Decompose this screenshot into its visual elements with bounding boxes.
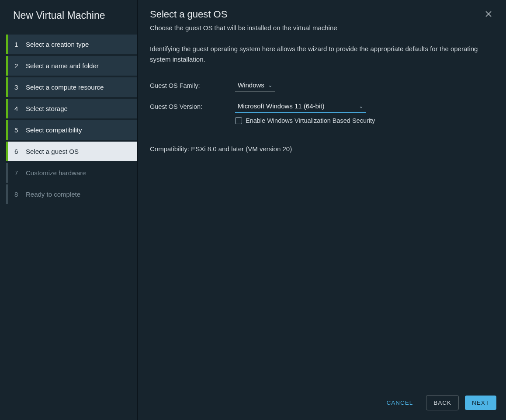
wizard-step-2[interactable]: 2Select a name and folder xyxy=(6,56,137,76)
page-subtitle: Choose the guest OS that will be install… xyxy=(138,21,506,31)
step-label: Select a guest OS xyxy=(26,148,79,155)
guest-os-form: Guest OS Family: Windows ⌄ Guest OS Vers… xyxy=(138,65,506,124)
step-label: Select storage xyxy=(26,105,68,112)
chevron-down-icon: ⌄ xyxy=(268,82,273,88)
wizard-footer: CANCEL BACK NEXT xyxy=(138,387,506,420)
step-number: 3 xyxy=(14,83,26,91)
chevron-down-icon: ⌄ xyxy=(359,103,364,109)
wizard-step-3[interactable]: 3Select a compute resource xyxy=(6,77,137,97)
step-number: 4 xyxy=(14,105,26,112)
vbs-checkbox[interactable] xyxy=(235,117,242,124)
step-label: Ready to complete xyxy=(26,191,80,198)
step-label: Customize hardware xyxy=(26,169,86,177)
next-button[interactable]: NEXT xyxy=(465,396,496,410)
os-version-label: Guest OS Version: xyxy=(150,103,235,110)
step-number: 5 xyxy=(14,126,26,134)
wizard-step-1[interactable]: 1Select a creation type xyxy=(6,35,137,54)
step-number: 1 xyxy=(14,41,26,48)
cancel-button[interactable]: CANCEL xyxy=(379,396,420,410)
step-label: Select a compute resource xyxy=(26,83,104,91)
compatibility-text: Compatibility: ESXi 8.0 and later (VM ve… xyxy=(138,124,506,153)
step-number: 8 xyxy=(14,191,26,198)
step-label: Select compatibility xyxy=(26,126,82,134)
step-label: Select a name and folder xyxy=(26,62,99,69)
wizard-step-5[interactable]: 5Select compatibility xyxy=(6,120,137,140)
back-button[interactable]: BACK xyxy=(426,395,459,410)
wizard-step-7: 7Customize hardware xyxy=(6,163,137,183)
os-version-select[interactable]: Microsoft Windows 11 (64-bit) ⌄ xyxy=(235,101,366,113)
wizard-step-8: 8Ready to complete xyxy=(6,184,137,204)
step-number: 7 xyxy=(14,169,26,177)
os-family-select[interactable]: Windows ⌄ xyxy=(235,80,275,92)
wizard-step-4[interactable]: 4Select storage xyxy=(6,99,137,118)
close-icon xyxy=(485,10,492,17)
step-number: 6 xyxy=(14,148,26,155)
os-version-value: Microsoft Windows 11 (64-bit) xyxy=(238,102,324,110)
wizard-title: New Virtual Machine xyxy=(0,10,137,35)
step-number: 2 xyxy=(14,62,26,69)
wizard-step-6[interactable]: 6Select a guest OS xyxy=(6,142,137,161)
page-title: Select a guest OS xyxy=(150,9,227,20)
os-family-value: Windows xyxy=(238,81,264,89)
wizard-sidebar: New Virtual Machine 1Select a creation t… xyxy=(0,0,138,420)
close-button[interactable] xyxy=(483,9,494,21)
wizard-main: Select a guest OS Choose the guest OS th… xyxy=(138,0,506,420)
wizard-steps: 1Select a creation type2Select a name an… xyxy=(0,35,137,204)
os-family-label: Guest OS Family: xyxy=(150,82,235,89)
step-label: Select a creation type xyxy=(26,41,89,48)
page-description: Identifying the guest operating system h… xyxy=(138,31,496,65)
vbs-label: Enable Windows Virtualization Based Secu… xyxy=(246,117,375,124)
